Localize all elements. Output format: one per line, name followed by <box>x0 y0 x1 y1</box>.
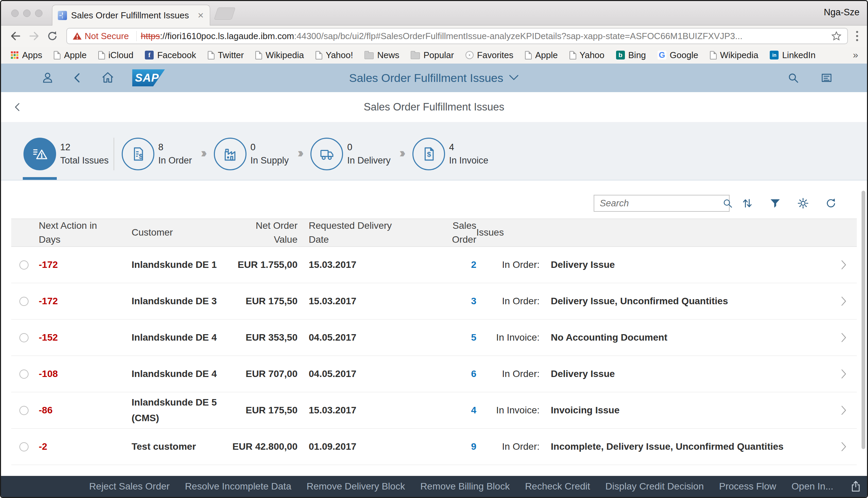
bookmark-item[interactable]: Yahoo! <box>316 50 353 61</box>
kpi-label: In Order <box>158 155 192 166</box>
bookmark-item[interactable]: f Facebook <box>145 50 196 61</box>
row-radio-button[interactable] <box>19 333 29 342</box>
bookmark-item[interactable]: Apple <box>54 50 87 61</box>
kpi-in-order[interactable]: $ 8 In Order <box>122 138 192 170</box>
bookmark-star-icon[interactable] <box>831 30 842 41</box>
table-row[interactable]: -108 Inlandskunde DE 4 EUR 707,00 04.05.… <box>11 356 857 392</box>
window-zoom-button[interactable] <box>35 10 42 17</box>
row-radio-button[interactable] <box>19 260 29 270</box>
footer-action-button[interactable]: Reject Sales Order <box>89 481 170 492</box>
footer-action-button[interactable]: Remove Delivery Block <box>307 481 405 492</box>
svg-text:$: $ <box>139 152 143 160</box>
user-profile-icon[interactable] <box>41 71 54 84</box>
scrollbar-thumb[interactable] <box>862 191 865 449</box>
filter-icon[interactable] <box>769 197 781 209</box>
row-radio-button[interactable] <box>19 297 29 306</box>
cell-next-action-days: -108 <box>39 368 132 379</box>
table-row[interactable]: -152 Inlandskunde DE 4 EUR 353,50 04.05.… <box>11 319 857 356</box>
bookmark-label: LinkedIn <box>782 50 815 61</box>
tab-favicon <box>58 11 67 20</box>
sales-order-link[interactable]: 3 <box>395 296 476 306</box>
search-field[interactable] <box>594 195 729 212</box>
window-minimize-button[interactable] <box>23 10 30 17</box>
footer-action-button[interactable]: Remove Billing Block <box>420 481 510 492</box>
refresh-page-icon[interactable] <box>47 30 58 42</box>
bookmark-label: News <box>377 50 399 61</box>
footer-action-button[interactable]: Resolve Incomplete Data <box>185 481 291 492</box>
bookmark-icon <box>255 51 262 60</box>
page-back-icon[interactable] <box>13 101 23 113</box>
search-input[interactable] <box>600 198 722 209</box>
bookmark-item[interactable]: Twitter <box>208 50 244 61</box>
sales-order-link[interactable]: 5 <box>395 332 476 343</box>
bookmark-item[interactable]: in LinkedIn <box>770 50 815 61</box>
row-navigate-chevron-icon[interactable] <box>839 259 857 271</box>
back-icon[interactable] <box>10 30 22 42</box>
bookmark-item[interactable]: b Bing <box>616 50 646 61</box>
sales-order-link[interactable]: 2 <box>395 259 476 270</box>
sales-order-link[interactable]: 6 <box>395 368 476 379</box>
forward-icon[interactable] <box>28 30 40 42</box>
browser-profile-name[interactable]: Nga-Sze <box>824 7 859 18</box>
bookmark-item[interactable]: Wikipedia <box>255 50 304 61</box>
row-navigate-chevron-icon[interactable] <box>839 441 857 453</box>
refresh-icon[interactable] <box>825 197 837 209</box>
bookmark-item[interactable]: Apple <box>525 50 558 61</box>
share-icon[interactable] <box>849 480 862 493</box>
bookmark-item[interactable]: Wikipedia <box>710 50 759 61</box>
address-bar[interactable]: Not Secure https://fiori1610poc.ls.lagau… <box>66 28 848 44</box>
browser-titlebar: Sales Order Fulfillment Issues × Nga-Sze <box>1 1 867 26</box>
row-navigate-chevron-icon[interactable] <box>839 296 857 307</box>
cell-issue-prefix: In Order: <box>476 368 540 379</box>
footer-action-button[interactable]: Display Credit Decision <box>606 481 704 492</box>
shell-back-icon[interactable] <box>72 71 83 84</box>
cell-customer: Inlandskunde DE 4 <box>132 366 225 382</box>
new-tab-button[interactable] <box>214 8 236 20</box>
window-controls[interactable] <box>11 10 42 17</box>
settings-gear-icon[interactable] <box>797 197 809 209</box>
cell-next-action-days: -172 <box>39 296 132 306</box>
home-icon[interactable] <box>101 71 115 84</box>
bookmark-item[interactable]: Popular <box>411 50 454 61</box>
row-navigate-chevron-icon[interactable] <box>839 405 857 416</box>
sap-logo: SAP <box>132 69 165 86</box>
table-row[interactable]: -172 Inlandskunde DE 3 EUR 175,50 15.03.… <box>11 283 857 319</box>
bookmark-item[interactable]: G Google <box>658 50 698 61</box>
table-row[interactable]: -2 Test customer EUR 42.800,00 01.09.201… <box>11 429 857 465</box>
sort-icon[interactable] <box>741 197 753 209</box>
table-row[interactable]: -172 Inlandskunde DE 1 EUR 1.755,00 15.0… <box>11 247 857 283</box>
search-icon[interactable] <box>722 197 733 209</box>
row-navigate-chevron-icon[interactable] <box>839 332 857 343</box>
bookmarks-overflow-icon[interactable]: » <box>853 50 860 61</box>
bookmark-item[interactable]: News <box>365 50 399 61</box>
kpi-total-issues[interactable]: 12 Total Issues <box>24 138 109 170</box>
main-content: Next Action in Days Customer Net Order V… <box>1 181 867 476</box>
bookmark-item[interactable]: Apps <box>11 50 42 61</box>
shell-menu-icon[interactable] <box>819 71 833 84</box>
shell-search-icon[interactable] <box>787 71 800 84</box>
row-radio-button[interactable] <box>19 406 29 415</box>
bookmark-item[interactable]: iCloud <box>98 50 134 61</box>
row-radio-button[interactable] <box>19 369 29 379</box>
tab-close-icon[interactable]: × <box>197 10 204 21</box>
bookmark-item[interactable]: Yahoo <box>569 50 605 61</box>
footer-action-button[interactable]: Process Flow <box>719 481 776 492</box>
browser-menu-icon[interactable] <box>856 31 858 41</box>
kpi-in-delivery[interactable]: 0 In Delivery <box>311 138 391 170</box>
kpi-in-invoice[interactable]: $ 4 In Invoice <box>412 138 489 170</box>
row-navigate-chevron-icon[interactable] <box>839 368 857 380</box>
footer-action-button[interactable]: Open In... <box>791 481 833 492</box>
shell-app-title[interactable]: Sales Order Fulfillment Issues <box>349 71 519 84</box>
sales-order-link[interactable]: 4 <box>395 405 476 416</box>
row-radio-button[interactable] <box>19 442 29 451</box>
bookmark-item[interactable]: Favorites <box>465 50 513 61</box>
url-scheme: https <box>141 31 160 41</box>
table-row[interactable]: -86 Inlandskunde DE 5 (CMS) EUR 175,50 1… <box>11 392 857 429</box>
footer-action-button[interactable]: Recheck Credit <box>525 481 590 492</box>
browser-tab[interactable]: Sales Order Fulfillment Issues × <box>52 5 210 26</box>
window-close-button[interactable] <box>11 10 19 17</box>
sales-order-link[interactable]: 9 <box>395 441 476 452</box>
kpi-in-supply[interactable]: 0 In Supply <box>214 138 289 170</box>
bookmark-label: Popular <box>423 50 454 61</box>
kpi-count: 12 <box>60 142 109 153</box>
